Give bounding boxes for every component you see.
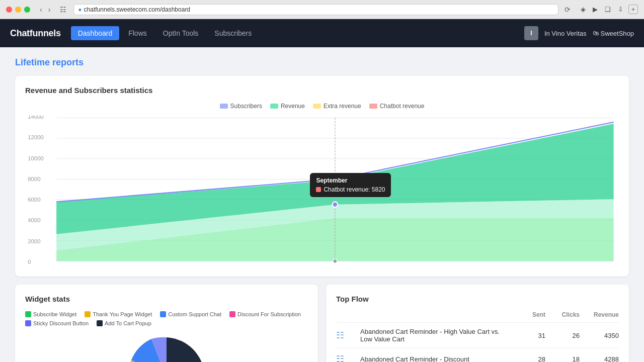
nav-links: Dashboard Flows OptIn Tools Subscribers [71, 26, 524, 40]
table-header: Sent Clicks Revenue [336, 311, 619, 323]
legend-sticky-discount: Sticky Discount Button [25, 320, 89, 326]
back-button[interactable]: ‹ [37, 5, 45, 15]
legend-label-subscribers: Subscribers [230, 103, 262, 110]
legend-label-revenue: Revenue [281, 103, 305, 110]
legend-revenue: Revenue [270, 103, 305, 110]
flow-sent-2: 28 [515, 355, 545, 363]
col-clicks-header: Clicks [549, 311, 580, 318]
svg-text:10000: 10000 [28, 155, 44, 161]
top-flow-title: Top Flow [336, 295, 619, 303]
flow-sent-1: 31 [515, 332, 545, 339]
flow-name-2: Abandoned Cart Reminder - Discount [360, 355, 511, 363]
pie-svg [116, 332, 217, 362]
table-row: ☷ Abandoned Cart Reminder - Discount 28 … [336, 348, 619, 362]
nav-subscribers[interactable]: Subscribers [207, 26, 259, 40]
svg-text:2000: 2000 [28, 238, 40, 244]
bookmark-icon[interactable]: ❏ [603, 5, 613, 14]
legend-cart-popup: Add To Cart Popup [97, 320, 151, 326]
label-custom-chat: Custom Support Chat [168, 311, 221, 317]
widget-legend: Subscribe Widget Thank You Page Widget C… [25, 311, 308, 326]
flow-icon-1: ☷ [336, 330, 356, 341]
dot-discount-sub [229, 311, 235, 317]
nav-right: I In Vino Veritas 🛍 SweetShop [524, 26, 634, 40]
chart-title: Revenue and Subscribers statistics [25, 86, 619, 95]
traffic-light-yellow[interactable] [15, 7, 21, 13]
svg-text:14000: 14000 [28, 116, 44, 120]
legend-custom-chat: Custom Support Chat [160, 311, 221, 317]
browser-chrome: ‹ › ☷ ● chatfunnels.sweetecom.com/dashbo… [0, 0, 644, 19]
label-thank-you: Thank You Page Widget [93, 311, 152, 317]
secure-icon: ● [78, 6, 82, 13]
legend-subscribers: Subscribers [220, 103, 262, 110]
svg-text:6000: 6000 [28, 197, 40, 203]
widget-stats-title: Widget stats [25, 295, 308, 303]
flow-revenue-2: 4288 [584, 355, 619, 363]
svg-point-21 [333, 259, 337, 263]
legend-extra-revenue: Extra revenue [313, 103, 361, 110]
chart-area: 0 2000 4000 6000 8000 10000 12000 14000 [25, 116, 619, 266]
chart-svg: 0 2000 4000 6000 8000 10000 12000 14000 [25, 116, 619, 266]
page-title: Lifetime reports [15, 57, 629, 68]
nav-optin-tools[interactable]: OptIn Tools [156, 26, 206, 40]
nav-flows[interactable]: Flows [121, 26, 154, 40]
play-icon[interactable]: ▶ [591, 5, 600, 14]
extensions-button[interactable]: + [628, 5, 638, 14]
svg-point-20 [333, 202, 338, 207]
svg-text:August: August [47, 265, 66, 266]
shop-name: 🛍 SweetShop [593, 30, 634, 37]
legend-dot-extra-revenue [313, 104, 321, 109]
traffic-light-green[interactable] [24, 7, 30, 13]
legend-dot-revenue [270, 104, 278, 109]
dot-cart-popup [97, 320, 103, 326]
user-name: In Vino Veritas [544, 30, 587, 37]
col-name-header [336, 311, 511, 318]
shield-icon[interactable]: ◈ [579, 5, 588, 14]
legend-chatbot-revenue: Chatbot revenue [369, 103, 425, 110]
svg-text:8000: 8000 [28, 175, 40, 182]
legend-dot-subscribers [220, 104, 228, 109]
download-icon[interactable]: ⇩ [616, 5, 625, 14]
flow-clicks-2: 18 [549, 355, 580, 363]
chart-legend: Subscribers Revenue Extra revenue Chatbo… [25, 103, 619, 110]
browser-actions: ◈ ▶ ❏ ⇩ + [579, 5, 638, 14]
svg-text:0: 0 [28, 258, 31, 264]
chart-card: Revenue and Subscribers statistics Subsc… [15, 76, 629, 277]
traffic-lights [6, 7, 30, 13]
dot-sticky-discount [25, 320, 31, 326]
traffic-light-red[interactable] [6, 7, 12, 13]
shop-icon: 🛍 [593, 30, 599, 37]
forward-button[interactable]: › [46, 5, 53, 15]
legend-label-extra-revenue: Extra revenue [324, 103, 361, 110]
user-badge: I [524, 26, 538, 40]
col-sent-header: Sent [515, 311, 545, 318]
label-cart-popup: Add To Cart Popup [105, 320, 151, 326]
dot-custom-chat [160, 311, 166, 317]
address-bar[interactable]: ● chatfunnels.sweetecom.com/dashboard [73, 4, 558, 15]
nav-arrows: ‹ › [37, 5, 53, 15]
top-flow-card: Top Flow Sent Clicks Revenue ☷ Abandoned… [326, 285, 629, 362]
label-discount-sub: Discount For Subscription [237, 311, 301, 317]
refresh-button[interactable]: ⟳ [565, 6, 571, 14]
sidebar-button[interactable]: ☷ [57, 5, 69, 15]
legend-discount-sub: Discount For Subscription [229, 311, 301, 317]
legend-label-chatbot-revenue: Chatbot revenue [380, 103, 425, 110]
legend-dot-chatbot-revenue [369, 104, 377, 109]
table-row: ☷ Abandoned Cart Reminder - High Value C… [336, 323, 619, 348]
dot-thank-you [85, 311, 91, 317]
svg-text:September: September [320, 265, 351, 266]
nav-dashboard[interactable]: Dashboard [71, 26, 120, 40]
flow-clicks-1: 26 [549, 332, 580, 339]
legend-subscribe-widget: Subscribe Widget [25, 311, 76, 317]
widget-stats-card: Widget stats Subscribe Widget Thank You … [15, 285, 318, 362]
url-text: chatfunnels.sweetecom.com/dashboard [84, 6, 190, 13]
brand-logo: Chatfunnels [10, 28, 61, 39]
page-content: Lifetime reports Revenue and Subscribers… [0, 47, 644, 362]
svg-text:October: October [597, 265, 619, 266]
legend-thank-you: Thank You Page Widget [85, 311, 152, 317]
svg-text:12000: 12000 [28, 134, 44, 140]
flow-icon-2: ☷ [336, 353, 356, 362]
flow-revenue-1: 4350 [584, 332, 619, 339]
pie-chart-area [25, 332, 308, 362]
label-subscribe-widget: Subscribe Widget [33, 311, 76, 317]
col-revenue-header: Revenue [584, 311, 619, 318]
